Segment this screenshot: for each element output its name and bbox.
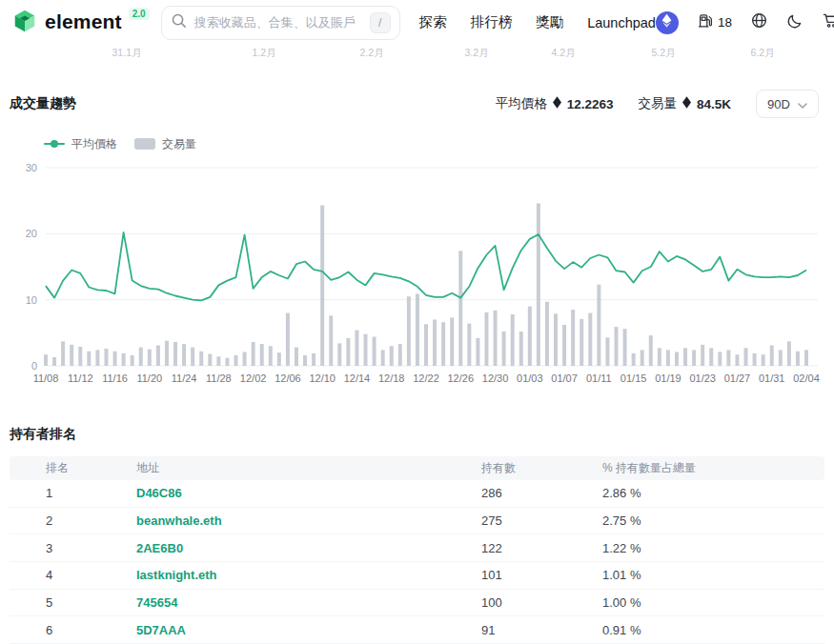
holder-count: 122 <box>481 541 602 555</box>
volume-bar <box>450 317 454 366</box>
volume-bar <box>588 313 592 366</box>
eth-diamond-icon <box>682 96 691 111</box>
holder-count: 275 <box>481 513 602 528</box>
volume-bar <box>182 344 186 366</box>
ethereum-icon <box>661 13 673 31</box>
x-axis-tick-label: 01/19 <box>655 372 681 384</box>
avg-price-value: 12.2263 <box>567 97 614 111</box>
holder-rank: 6 <box>46 623 136 637</box>
x-axis-tick-label: 12/30 <box>482 372 509 384</box>
x-axis-tick-label: 01/23 <box>689 372 716 384</box>
volume-bar <box>113 352 117 366</box>
holder-row: 1D46C862862.86 % <box>10 480 824 508</box>
volume-bar <box>286 313 290 366</box>
nav-item-launchpad[interactable]: Launchpad <box>587 15 656 30</box>
holder-percent: 1.00 % <box>602 595 824 610</box>
volume-bar <box>208 354 212 366</box>
volume-bar <box>424 324 428 366</box>
eth-diamond-icon <box>553 96 561 111</box>
volume-bar <box>70 345 73 366</box>
volume-bar <box>476 338 479 366</box>
holder-row: 4lastknight.eth1011.01 % <box>10 562 824 590</box>
cutoff-axis-label: 3.2月 <box>464 47 488 60</box>
volume-trend-chart-wrap: 010203011/0811/1211/1611/2011/2411/2812/… <box>0 153 834 392</box>
element-cube-icon <box>11 8 38 38</box>
volume-bar <box>398 344 402 366</box>
nav-item-explore[interactable]: 探索 <box>419 13 447 31</box>
volume-bar <box>623 329 627 366</box>
holder-count: 286 <box>481 486 602 500</box>
legend-item-avg-price[interactable]: 平均價格 <box>44 136 117 152</box>
volume-bar <box>329 315 333 366</box>
volume-bar <box>632 353 636 366</box>
volume-bar <box>390 346 394 366</box>
search-input[interactable] <box>194 15 362 30</box>
main-nav: 探索排行榜獎勵Launchpad <box>419 13 656 31</box>
holder-address-link[interactable]: 745654 <box>136 595 481 610</box>
x-axis-tick-label: 01/15 <box>620 372 647 384</box>
holder-address-link[interactable]: 5D7AAA <box>136 623 481 637</box>
legend-item-volume[interactable]: 交易量 <box>134 136 196 152</box>
volume-stat: 交易量 84.5K <box>638 95 731 112</box>
volume-bar <box>252 342 255 366</box>
volume-bar <box>139 348 143 366</box>
gas-price-indicator[interactable]: 18 <box>697 12 732 33</box>
cart-button[interactable] <box>822 11 834 33</box>
volume-bar <box>467 324 471 366</box>
volume-bar <box>726 350 730 366</box>
dark-mode-toggle[interactable] <box>786 12 803 33</box>
volume-bar <box>796 352 800 366</box>
holder-address-link[interactable]: lastknight.eth <box>136 568 481 582</box>
holders-section-title: 持有者排名 <box>0 426 834 443</box>
moon-icon <box>786 12 803 33</box>
volume-bar <box>441 322 445 366</box>
volume-bar <box>234 355 238 366</box>
holder-rank: 4 <box>46 568 136 582</box>
top-axis-labels: 31.1月1.2月2.2月3.2月4.2月5.2月6.2月 <box>0 47 834 62</box>
nav-item-rankings[interactable]: 排行榜 <box>471 13 513 31</box>
volume-bar <box>666 350 670 366</box>
cutoff-axis-label: 5.2月 <box>651 47 675 60</box>
holder-address-link[interactable]: 2AE6B0 <box>136 541 481 555</box>
holder-row: 65D7AAA910.91 % <box>10 616 824 644</box>
bar-series-marker <box>134 138 155 150</box>
holders-column-header-0: 排名 <box>46 460 136 476</box>
cutoff-axis-label: 6.2月 <box>750 47 774 60</box>
network-selector-button[interactable] <box>656 11 679 34</box>
volume-bar <box>381 350 385 366</box>
volume-bar <box>216 356 220 366</box>
search-bar[interactable]: / <box>161 6 400 40</box>
chart-legend: 平均價格 交易量 <box>0 136 834 151</box>
volume-bar <box>269 346 273 366</box>
x-axis-tick-label: 11/24 <box>172 372 197 384</box>
search-icon <box>171 12 187 32</box>
volume-bar <box>122 353 126 366</box>
volume-bar <box>494 311 498 366</box>
period-select-value: 90D <box>767 97 790 111</box>
period-select[interactable]: 90D <box>756 90 819 118</box>
holders-column-header-3: % 持有數量占總量 <box>602 460 824 476</box>
volume-bar <box>407 296 411 366</box>
x-axis-tick-label: 12/14 <box>344 372 371 384</box>
volume-bar <box>597 285 600 366</box>
holder-count: 101 <box>481 568 602 582</box>
volume-bar <box>277 352 281 366</box>
volume-bar <box>95 350 99 366</box>
volume-bar <box>104 349 108 366</box>
chevron-down-icon <box>798 97 807 111</box>
line-series-marker <box>44 143 65 145</box>
volume-trend-title: 成交量趨勢 <box>10 95 76 112</box>
volume-bar <box>355 331 358 366</box>
x-axis-tick-label: 01/27 <box>724 372 751 384</box>
volume-bar <box>804 350 808 366</box>
volume-bar <box>753 353 757 366</box>
holders-column-header-2: 持有數 <box>481 460 602 476</box>
holder-address-link[interactable]: beanwhale.eth <box>136 513 481 528</box>
language-button[interactable] <box>750 11 768 33</box>
volume-bar <box>571 310 575 366</box>
holder-row: 2beanwhale.eth2752.75 % <box>10 508 824 535</box>
holders-column-header-1: 地址 <box>136 460 481 476</box>
holder-address-link[interactable]: D46C86 <box>136 486 481 500</box>
element-logo[interactable]: element 2.0 <box>11 8 150 38</box>
nav-item-rewards[interactable]: 獎勵 <box>536 13 563 31</box>
